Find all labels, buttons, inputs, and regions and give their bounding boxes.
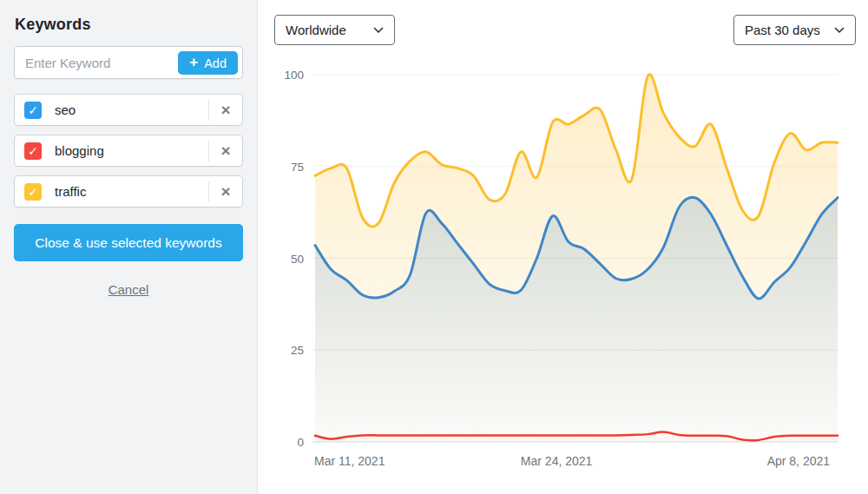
chevron-down-icon (834, 27, 845, 34)
y-tick-label: 50 (291, 253, 304, 266)
remove-keyword-button[interactable]: × (209, 176, 242, 207)
keyword-row: ✓blogging× (14, 135, 243, 167)
y-tick-label: 0 (297, 436, 304, 449)
y-tick-label: 100 (284, 69, 304, 82)
apply-keywords-button[interactable]: Close & use selected keywords (14, 224, 243, 261)
time-range-select-value: Past 30 days (745, 23, 820, 37)
y-tick-label: 75 (291, 161, 304, 174)
remove-keyword-button[interactable]: × (209, 135, 242, 166)
keyword-list: ✓seo×✓blogging×✓traffic× (14, 94, 243, 207)
y-tick-label: 25 (291, 344, 304, 357)
plus-icon: + (189, 55, 198, 69)
region-select[interactable]: Worldwide (274, 15, 395, 45)
region-select-value: Worldwide (286, 23, 346, 37)
keyword-label: seo (55, 102, 208, 117)
keyword-row: ✓traffic× (14, 175, 243, 207)
panel-title: Keywords (15, 16, 243, 34)
time-range-select[interactable]: Past 30 days (733, 15, 856, 45)
keyword-label: blogging (55, 143, 208, 158)
keyword-checkbox-blogging[interactable]: ✓ (24, 142, 42, 160)
keyword-label: traffic (55, 184, 208, 199)
chart-panel: 0255075100Mar 11, 2021Mar 24, 2021Apr 8,… (258, 0, 868, 494)
trend-chart: 0255075100Mar 11, 2021Mar 24, 2021Apr 8,… (258, 0, 868, 494)
chevron-down-icon (373, 27, 384, 34)
add-button-label: Add (204, 56, 227, 70)
x-tick-label: Mar 11, 2021 (314, 454, 385, 468)
x-tick-label: Apr 8, 2021 (767, 454, 831, 468)
keyword-input-box: + Add (14, 46, 243, 79)
cancel-link[interactable]: Cancel (102, 282, 155, 297)
keyword-checkbox-seo[interactable]: ✓ (24, 102, 42, 119)
trend-chart-canvas: 0255075100Mar 11, 2021Mar 24, 2021Apr 8,… (258, 0, 868, 494)
x-tick-label: Mar 24, 2021 (521, 454, 593, 468)
remove-keyword-button[interactable]: × (209, 95, 242, 125)
keyword-row: ✓seo× (14, 94, 243, 126)
add-keyword-button[interactable]: + Add (178, 51, 238, 75)
keyword-checkbox-traffic[interactable]: ✓ (24, 183, 42, 201)
keywords-panel: Keywords + Add ✓seo×✓blogging×✓traffic× … (0, 0, 258, 494)
